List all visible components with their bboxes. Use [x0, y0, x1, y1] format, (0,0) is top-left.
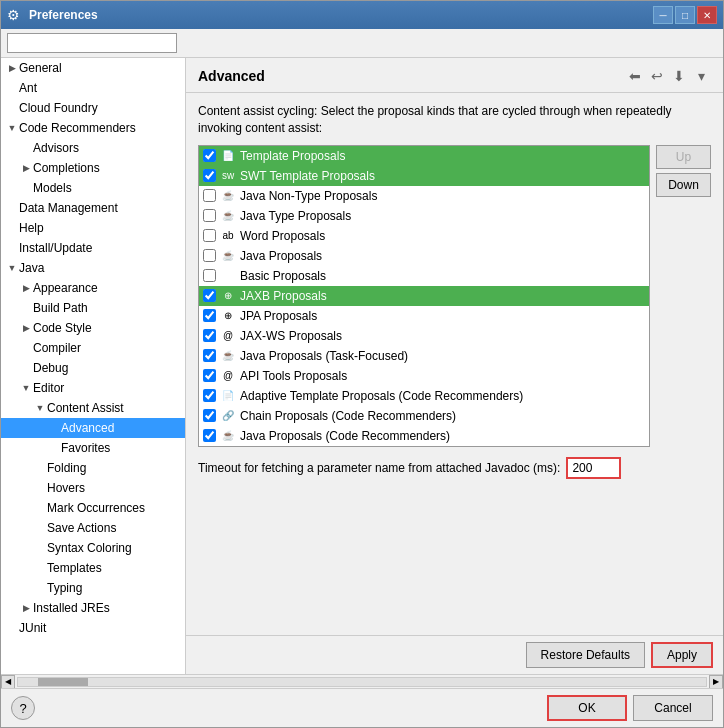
- tree-expander[interactable]: ▶: [19, 323, 33, 333]
- sidebar-item[interactable]: Hovers: [1, 478, 185, 498]
- down-button[interactable]: Down: [656, 173, 711, 197]
- proposal-checkbox[interactable]: [203, 429, 216, 442]
- sidebar-item[interactable]: Typing: [1, 578, 185, 598]
- sidebar-item[interactable]: Save Actions: [1, 518, 185, 538]
- apply-button[interactable]: Apply: [651, 642, 713, 668]
- sidebar-item[interactable]: ▶Appearance: [1, 278, 185, 298]
- proposal-item[interactable]: ☕Java Proposals (Task-Focused): [199, 346, 649, 366]
- cancel-button[interactable]: Cancel: [633, 695, 713, 721]
- proposal-checkbox[interactable]: [203, 369, 216, 382]
- tree-expander[interactable]: ▼: [33, 403, 47, 413]
- sidebar-item-label: Code Style: [33, 321, 92, 335]
- proposals-list[interactable]: 📄Template ProposalsswSWT Template Propos…: [198, 145, 650, 447]
- proposal-label: JPA Proposals: [240, 309, 317, 323]
- tree-expander[interactable]: ▶: [19, 163, 33, 173]
- ok-button[interactable]: OK: [547, 695, 627, 721]
- sidebar-item[interactable]: Templates: [1, 558, 185, 578]
- proposal-item[interactable]: @JAX-WS Proposals: [199, 326, 649, 346]
- sidebar-item[interactable]: JUnit: [1, 618, 185, 638]
- restore-defaults-button[interactable]: Restore Defaults: [526, 642, 645, 668]
- proposal-checkbox[interactable]: [203, 269, 216, 282]
- proposal-icon: ☕: [220, 208, 236, 224]
- proposal-item[interactable]: ☕Java Non-Type Proposals: [199, 186, 649, 206]
- toolbar-icon1[interactable]: ↩: [647, 66, 667, 86]
- forward-nav-button[interactable]: ⬇: [669, 66, 689, 86]
- sidebar-item[interactable]: Folding: [1, 458, 185, 478]
- sidebar-item[interactable]: ▼Java: [1, 258, 185, 278]
- panel-content: Content assist cycling: Select the propo…: [186, 93, 723, 635]
- sidebar-item[interactable]: Advisors: [1, 138, 185, 158]
- action-buttons: Restore Defaults Apply: [186, 635, 723, 674]
- tree-expander[interactable]: ▼: [5, 123, 19, 133]
- sidebar-item[interactable]: Help: [1, 218, 185, 238]
- proposal-item[interactable]: ⊕JAXB Proposals: [199, 286, 649, 306]
- proposal-item[interactable]: abWord Proposals: [199, 226, 649, 246]
- proposal-checkbox[interactable]: [203, 209, 216, 222]
- toolbar-menu-button[interactable]: ▾: [691, 66, 711, 86]
- tree-expander[interactable]: ▶: [19, 283, 33, 293]
- sidebar-item[interactable]: ▶Completions: [1, 158, 185, 178]
- maximize-button[interactable]: □: [675, 6, 695, 24]
- proposal-checkbox[interactable]: [203, 149, 216, 162]
- proposal-item[interactable]: ⊕JPA Proposals: [199, 306, 649, 326]
- proposal-item[interactable]: ☕Java Type Proposals: [199, 206, 649, 226]
- up-button[interactable]: Up: [656, 145, 711, 169]
- panel-toolbar: ⬅ ↩ ⬇ ▾: [625, 66, 711, 86]
- sidebar-item[interactable]: ▼Editor: [1, 378, 185, 398]
- proposal-item[interactable]: swSWT Template Proposals: [199, 166, 649, 186]
- minimize-button[interactable]: ─: [653, 6, 673, 24]
- sidebar-item[interactable]: Install/Update: [1, 238, 185, 258]
- sidebar-item[interactable]: Data Management: [1, 198, 185, 218]
- close-button[interactable]: ✕: [697, 6, 717, 24]
- tree-expander[interactable]: ▶: [19, 603, 33, 613]
- scroll-left-button[interactable]: ◀: [1, 675, 15, 689]
- scroll-track: [17, 677, 707, 687]
- proposal-checkbox[interactable]: [203, 169, 216, 182]
- sidebar-item[interactable]: Favorites: [1, 438, 185, 458]
- proposal-item[interactable]: ☕Java Proposals: [199, 246, 649, 266]
- proposal-checkbox[interactable]: [203, 349, 216, 362]
- scroll-right-button[interactable]: ▶: [709, 675, 723, 689]
- search-input[interactable]: [7, 33, 177, 53]
- tree-expander[interactable]: ▼: [19, 383, 33, 393]
- proposal-item[interactable]: ☕Java Proposals (Code Recommenders): [199, 426, 649, 446]
- tree-expander[interactable]: ▶: [5, 63, 19, 73]
- sidebar-item[interactable]: Syntax Coloring: [1, 538, 185, 558]
- sidebar-item[interactable]: Mark Occurrences: [1, 498, 185, 518]
- proposal-checkbox[interactable]: [203, 409, 216, 422]
- sidebar-item[interactable]: ▶General: [1, 58, 185, 78]
- proposal-checkbox[interactable]: [203, 249, 216, 262]
- proposal-icon: ⊕: [220, 288, 236, 304]
- proposal-item[interactable]: 📄Adaptive Template Proposals (Code Recom…: [199, 386, 649, 406]
- timeout-input[interactable]: [566, 457, 621, 479]
- sidebar-item[interactable]: Models: [1, 178, 185, 198]
- help-button[interactable]: ?: [11, 696, 35, 720]
- sidebar-item[interactable]: Compiler: [1, 338, 185, 358]
- proposal-checkbox[interactable]: [203, 309, 216, 322]
- proposal-item[interactable]: 🔗Chain Proposals (Code Recommenders): [199, 406, 649, 426]
- sidebar-item-label: Mark Occurrences: [47, 501, 145, 515]
- sidebar-item[interactable]: Ant: [1, 78, 185, 98]
- sidebar-item[interactable]: Advanced: [1, 418, 185, 438]
- proposal-checkbox[interactable]: [203, 229, 216, 242]
- proposal-label: API Tools Proposals: [240, 369, 347, 383]
- proposal-item[interactable]: 📄Template Proposals: [199, 146, 649, 166]
- sidebar-item[interactable]: ▶Code Style: [1, 318, 185, 338]
- sidebar-item[interactable]: Debug: [1, 358, 185, 378]
- tree-expander[interactable]: ▼: [5, 263, 19, 273]
- sidebar-item[interactable]: Build Path: [1, 298, 185, 318]
- proposal-checkbox[interactable]: [203, 189, 216, 202]
- timeout-label: Timeout for fetching a parameter name fr…: [198, 461, 560, 475]
- proposal-item[interactable]: Basic Proposals: [199, 266, 649, 286]
- proposal-checkbox[interactable]: [203, 289, 216, 302]
- proposal-label: Adaptive Template Proposals (Code Recomm…: [240, 389, 523, 403]
- sidebar-item[interactable]: ▼Content Assist: [1, 398, 185, 418]
- sidebar-item[interactable]: Cloud Foundry: [1, 98, 185, 118]
- proposal-checkbox[interactable]: [203, 389, 216, 402]
- sidebar-item-label: Favorites: [61, 441, 110, 455]
- proposal-item[interactable]: @API Tools Proposals: [199, 366, 649, 386]
- proposal-checkbox[interactable]: [203, 329, 216, 342]
- sidebar-item[interactable]: ▼Code Recommenders: [1, 118, 185, 138]
- sidebar-item[interactable]: ▶Installed JREs: [1, 598, 185, 618]
- back-nav-button[interactable]: ⬅: [625, 66, 645, 86]
